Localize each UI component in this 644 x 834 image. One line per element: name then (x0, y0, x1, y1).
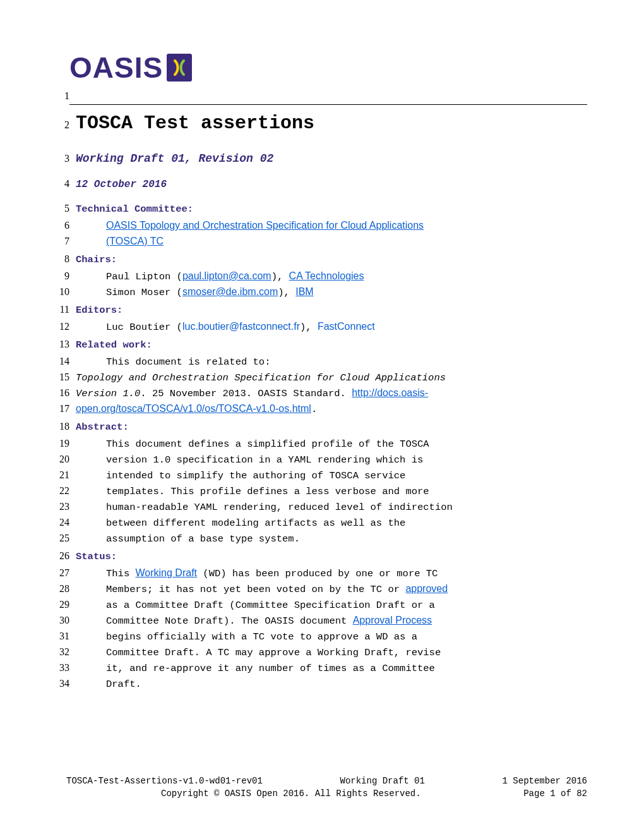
text: version 1.0 specification in a YAML rend… (76, 452, 587, 468)
title-text: TOSCA Test assertions (76, 109, 587, 146)
status-line: 30 Committee Note Draft). The OASIS docu… (38, 613, 587, 629)
related-doc-link[interactable]: http://docs.oasis- (352, 387, 428, 398)
line-1: 1 (38, 88, 587, 104)
lineno: 10 (38, 284, 76, 300)
tc-link[interactable]: (TOSCA) TC (106, 236, 164, 246)
lineno: 8 (38, 251, 76, 267)
editor-name: Luc Boutier ( (106, 322, 182, 333)
tc-link-line2: 7 (TOSCA) TC (38, 234, 587, 250)
editors-heading: 11 Editors: (38, 300, 587, 319)
text: Version 1.0 (76, 388, 140, 399)
text: This document defines a simplified profi… (76, 437, 587, 452)
lineno: 2 (38, 118, 76, 133)
heading-text: Related work: (76, 335, 587, 354)
text: as a Committee Draft (Committee Specific… (76, 598, 587, 613)
footer-row-2: Copyright © OASIS Open 2016. All Rights … (66, 789, 587, 799)
working-draft-link[interactable]: Working Draft (136, 567, 198, 578)
abstract-line: 24between different modeling artifacts a… (38, 515, 587, 531)
text: it, and re-approve it any number of time… (76, 661, 587, 676)
document-page: OASIS 1 2 TOSCA Test assertions 3 Workin… (0, 0, 644, 834)
chair-org-link[interactable]: IBM (295, 286, 313, 297)
lineno: 22 (38, 483, 76, 499)
lineno: 30 (38, 613, 76, 629)
related-intro: 14 This document is related to: (38, 354, 587, 370)
footer-doc-id: TOSCA-Test-Assertions-v1.0-wd01-rev01 (66, 776, 263, 786)
lineno: 32 (38, 644, 76, 660)
abstract-line: 23human-readable YAML rendering, reduced… (38, 499, 587, 515)
status-line: 34Draft. (38, 676, 587, 692)
chair-email-link[interactable]: smoser@de.ibm.com (182, 286, 278, 297)
heading-text: Chairs: (76, 250, 587, 269)
lineno: 18 (38, 419, 76, 435)
text: Members; it has not yet been voted on by… (106, 584, 405, 595)
tc-link[interactable]: OASIS Topology and Orchestration Specifi… (106, 220, 424, 231)
logo-badge-icon (167, 54, 192, 82)
heading-text: Technical Committee: (76, 199, 587, 218)
lineno: 20 (38, 452, 76, 468)
abstract-heading: 18 Abstract: (38, 417, 587, 436)
status-line: 29as a Committee Draft (Committee Specif… (38, 597, 587, 613)
text: (WD) has been produced by one or more TC (197, 568, 438, 579)
doc-date: 4 12 October 2016 (38, 174, 587, 199)
heading-text: Abstract: (76, 417, 587, 436)
text: assumption of a base type system. (76, 531, 587, 547)
status-heading: 26 Status: (38, 547, 587, 565)
related-doc-link[interactable]: open.org/tosca/TOSCA/v1.0/os/TOSCA-v1.0-… (76, 403, 311, 414)
heading-text: Status: (76, 547, 587, 565)
lineno: 28 (38, 581, 76, 597)
footer-copyright: Copyright © OASIS Open 2016. All Rights … (161, 789, 421, 799)
lineno: 3 (38, 151, 76, 167)
approved-link[interactable]: approved (405, 583, 448, 594)
text: intended to simplify the authoring of TO… (76, 468, 587, 483)
abstract-line: 21intended to simplify the authoring of … (38, 468, 587, 483)
lineno: 33 (38, 660, 76, 676)
tc-heading: 5 Technical Committee: (38, 199, 587, 218)
text: Committee Draft. A TC may approve a Work… (76, 645, 587, 660)
footer-row-1: TOSCA-Test-Assertions-v1.0-wd01-rev01 Wo… (66, 776, 587, 786)
chair-org-link[interactable]: CA Technologies (289, 270, 364, 281)
lineno: 23 (38, 499, 76, 515)
abstract-line: 25assumption of a base type system. (38, 531, 587, 547)
footer-page-number: Page 1 of 82 (523, 789, 587, 799)
lineno: 17 (38, 401, 76, 417)
abstract-line: 22templates. This profile defines a less… (38, 483, 587, 499)
text: begins officially with a TC vote to appr… (76, 629, 587, 644)
doc-subtitle: 3 Working Draft 01, Revision 02 (38, 145, 587, 174)
lineno: 6 (38, 218, 76, 234)
lineno: 26 (38, 548, 76, 564)
text: templates. This profile defines a less v… (76, 484, 587, 499)
page-footer: TOSCA-Test-Assertions-v1.0-wd01-rev01 Wo… (66, 776, 587, 799)
related-title-l1: 15 Topology and Orchestration Specificat… (38, 370, 587, 385)
lineno: 15 (38, 370, 76, 385)
lineno: 31 (38, 629, 76, 644)
abstract-line: 20version 1.0 specification in a YAML re… (38, 452, 587, 468)
lineno: 4 (38, 176, 76, 192)
lineno: 19 (38, 436, 76, 452)
text: This (106, 568, 136, 579)
chair-2: 10 Simon Moser (smoser@de.ibm.com), IBM (38, 284, 587, 300)
lineno: 9 (38, 269, 76, 284)
logo-row: OASIS (38, 51, 587, 85)
text: . 25 November 2013. OASIS Standard. (140, 388, 352, 399)
approval-process-link[interactable]: Approval Process (353, 615, 432, 626)
chair-1: 9 Paul Lipton (paul.lipton@ca.com), CA T… (38, 269, 587, 284)
lineno: 1 (38, 88, 76, 104)
related-title-l3: 17 open.org/tosca/TOSCA/v1.0/os/TOSCA-v1… (38, 401, 587, 417)
sep: ), (271, 271, 289, 282)
related-title-l2: 16 Version 1.0. 25 November 2013. OASIS … (38, 385, 587, 401)
editor-org-link[interactable]: FastConnect (318, 321, 375, 332)
footer-date: 1 September 2016 (503, 776, 587, 786)
lineno: 16 (38, 385, 76, 401)
horizontal-rule (69, 104, 587, 105)
editor-email-link[interactable]: luc.boutier@fastconnect.fr (182, 321, 300, 332)
status-line: 31begins officially with a TC vote to ap… (38, 629, 587, 644)
chair-email-link[interactable]: paul.lipton@ca.com (182, 270, 271, 281)
lineno: 14 (38, 354, 76, 370)
sep: ), (300, 322, 318, 333)
chair-name: Simon Moser ( (106, 287, 182, 298)
oasis-logo: OASIS (69, 51, 192, 85)
text: Committee Note Draft). The OASIS documen… (106, 615, 353, 627)
doc-title: 2 TOSCA Test assertions (38, 109, 587, 146)
chair-name: Paul Lipton ( (106, 271, 182, 282)
chairs-heading: 8 Chairs: (38, 250, 587, 269)
